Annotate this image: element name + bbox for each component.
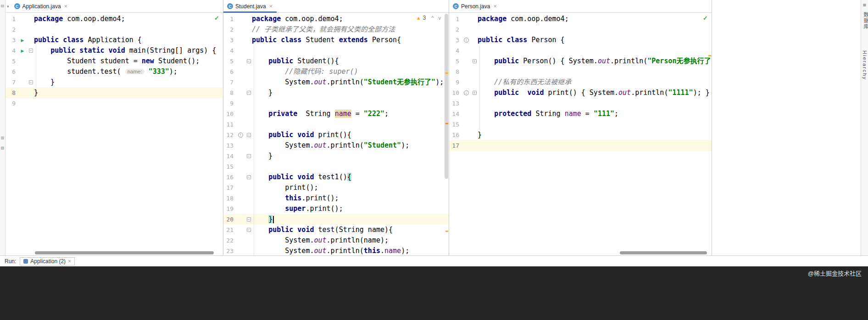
line-number[interactable]: 18	[223, 193, 235, 204]
line-number[interactable]: 5	[6, 56, 17, 66]
line-number[interactable]: 3	[6, 35, 17, 45]
line-number[interactable]: 6	[223, 66, 235, 77]
fold-icon[interactable]: −	[29, 80, 33, 84]
run-tab-application[interactable]: Application (2) ×	[20, 257, 75, 265]
code-line[interactable]: 3▶public class Application {	[6, 35, 223, 45]
line-number[interactable]: 17	[449, 140, 461, 151]
code-line[interactable]: 23 System.out.println(this.name);	[223, 246, 449, 255]
code-line[interactable]: 7 System.out.println("Student无参执行了");	[223, 77, 449, 88]
code-line[interactable]: 2// 子类继承了父类，就会拥有父类的全部方法	[223, 24, 449, 35]
line-number[interactable]: 16	[449, 130, 461, 140]
next-warning-icon[interactable]: v	[437, 15, 443, 21]
code-line[interactable]: 1package com.oop.demo4;	[449, 14, 712, 24]
editor-options-icon[interactable]: ▾	[7, 4, 9, 9]
code-line[interactable]: 22 System.out.println(name);	[223, 235, 449, 246]
vertical-scrollbar[interactable]	[445, 14, 448, 179]
fold-icon[interactable]: −	[247, 217, 251, 221]
code-line[interactable]: 12↑− public void print(){	[223, 130, 449, 140]
line-number[interactable]: 20	[223, 214, 235, 225]
line-number[interactable]: 13	[449, 98, 461, 109]
line-number[interactable]: 2	[6, 24, 17, 35]
code-line[interactable]: 2	[449, 24, 712, 35]
close-icon[interactable]: ×	[493, 3, 497, 9]
line-number[interactable]: 1	[6, 14, 17, 24]
code-line[interactable]: 16− public void test1(){	[223, 172, 449, 182]
inspections-widget[interactable]: ▲ 3 ^ v	[416, 15, 442, 21]
line-number[interactable]: 2	[449, 24, 461, 35]
warning-stripe-mark[interactable]	[445, 231, 448, 232]
line-number[interactable]: 7	[223, 77, 235, 88]
line-number[interactable]: 1	[223, 14, 235, 24]
code-line[interactable]: 19 super.print();	[223, 204, 449, 214]
code-line[interactable]: 8	[449, 66, 712, 77]
code-line[interactable]: 4	[449, 45, 712, 56]
line-number[interactable]: 17	[223, 182, 235, 193]
code-line[interactable]: 7− }	[6, 77, 223, 88]
horizontal-scrollbar[interactable]	[35, 251, 214, 254]
line-number[interactable]: 4	[223, 45, 235, 56]
overrides-icon[interactable]: ↑	[238, 132, 243, 138]
line-number[interactable]: 8	[449, 66, 461, 77]
code-line[interactable]: 1package com.oop.demo4;	[223, 14, 449, 24]
code-line[interactable]: 5 Student student = new Student();	[6, 56, 223, 66]
line-number[interactable]: 2	[223, 24, 235, 35]
code-line[interactable]: 21− public void test(String name){	[223, 225, 449, 235]
close-icon[interactable]: ×	[64, 3, 68, 9]
hierarchy-toolwindow-button[interactable]: Hierarchy	[862, 50, 868, 80]
fold-icon[interactable]: −	[247, 228, 251, 232]
code-line[interactable]: 13	[449, 98, 712, 109]
line-number[interactable]: 8	[223, 88, 235, 98]
line-number[interactable]: 11	[223, 119, 235, 130]
project-toolwindow-icon[interactable]: ▤	[0, 4, 5, 8]
warning-stripe-mark[interactable]	[445, 123, 448, 124]
code-line[interactable]: 10 private String name = "222";	[223, 109, 449, 119]
line-number[interactable]: 1	[449, 14, 461, 24]
line-number[interactable]: 9	[223, 98, 235, 109]
code-line[interactable]: 9	[6, 98, 223, 109]
code-line[interactable]: 17	[449, 140, 712, 151]
code-line[interactable]: 14− }	[223, 151, 449, 161]
line-number[interactable]: 3	[449, 35, 461, 45]
code-line[interactable]: 15	[449, 119, 712, 130]
run-icon[interactable]: ▶	[21, 38, 24, 43]
line-number[interactable]: 10	[223, 109, 235, 119]
line-number[interactable]: 21	[223, 225, 235, 235]
line-number[interactable]: 15	[223, 161, 235, 172]
line-number[interactable]: 23	[223, 246, 235, 255]
database-toolwindow-button[interactable]: 数据库	[862, 12, 868, 30]
warning-stripe-mark[interactable]	[445, 72, 448, 74]
fold-icon[interactable]: +	[473, 91, 477, 95]
fold-icon[interactable]: +	[473, 59, 477, 63]
code-line[interactable]: 6 student.test( name: "333");	[6, 66, 223, 77]
line-number[interactable]: 14	[223, 151, 235, 161]
structure-toolwindow-icon[interactable]: ▥	[0, 136, 5, 140]
fold-icon[interactable]: −	[247, 91, 251, 95]
line-number[interactable]: 9	[6, 98, 17, 109]
code-line[interactable]: 6 //隐藏代码: super()	[223, 66, 449, 77]
code-line[interactable]: 20− }	[223, 214, 449, 225]
code-editor[interactable]: 1package com.oop.demo4;23▶public class A…	[6, 13, 223, 255]
line-number[interactable]: 6	[6, 66, 17, 77]
code-line[interactable]: 13 System.out.println("Student");	[223, 140, 449, 151]
code-line[interactable]: 17 print();	[223, 182, 449, 193]
line-number[interactable]: 15	[449, 119, 461, 130]
prev-warning-icon[interactable]: ^	[430, 15, 435, 21]
tab-person-java[interactable]: C Person.java ×	[449, 0, 501, 12]
code-line[interactable]: 2	[6, 24, 223, 35]
fold-icon[interactable]: −	[247, 59, 251, 63]
fold-icon[interactable]: −	[29, 49, 33, 53]
line-number[interactable]: 16	[223, 172, 235, 182]
code-line[interactable]: 3public class Student extends Person{	[223, 35, 449, 45]
line-number[interactable]: 5	[449, 56, 461, 66]
line-number[interactable]: 8	[6, 88, 17, 98]
code-line[interactable]: 15	[223, 161, 449, 172]
line-number[interactable]: 13	[223, 140, 235, 151]
code-line[interactable]: 4▶− public static void main(String[] arg…	[6, 45, 223, 56]
line-number[interactable]: 14	[449, 109, 461, 119]
code-line[interactable]: 5− public Student(){	[223, 56, 449, 66]
close-icon[interactable]: ×	[269, 3, 273, 9]
line-number[interactable]: 10	[449, 88, 461, 98]
favorites-toolwindow-icon[interactable]: ▧	[0, 146, 5, 150]
line-number[interactable]: 12	[223, 130, 235, 140]
fold-icon[interactable]: −	[247, 154, 251, 158]
